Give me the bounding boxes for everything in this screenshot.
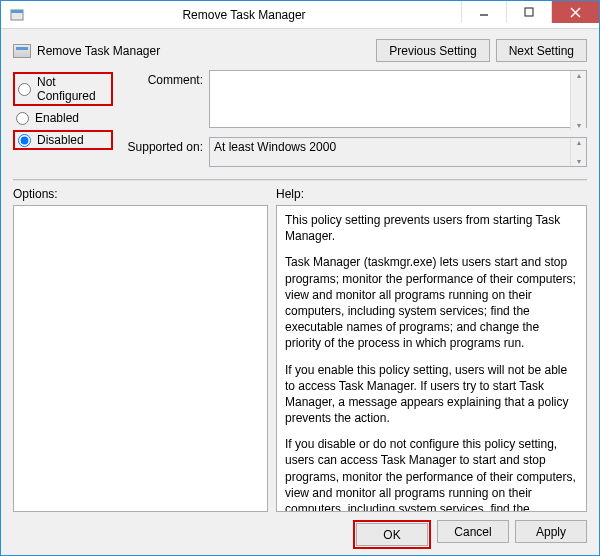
window-controls	[461, 1, 599, 28]
close-button[interactable]	[551, 1, 599, 23]
options-label: Options:	[13, 187, 268, 201]
supported-label: Supported on:	[121, 137, 203, 154]
help-paragraph: This policy setting prevents users from …	[285, 212, 578, 244]
supported-on-value: At least Windows 2000	[214, 140, 336, 154]
radio-label: Disabled	[37, 133, 84, 147]
radio-enabled[interactable]: Enabled	[13, 110, 113, 126]
window-title: Remove Task Manager	[27, 8, 461, 22]
radio-label: Not Configured	[37, 75, 108, 103]
cancel-button[interactable]: Cancel	[437, 520, 509, 543]
footer-buttons: OK Cancel Apply	[13, 512, 587, 549]
radio-enabled-input[interactable]	[16, 112, 29, 125]
help-panel: This policy setting prevents users from …	[276, 205, 587, 512]
help-paragraph: Task Manager (taskmgr.exe) lets users st…	[285, 254, 578, 351]
header-row: Remove Task Manager Previous Setting Nex…	[13, 39, 587, 62]
ok-button[interactable]: OK	[356, 523, 428, 546]
scrollbar[interactable]: ▴▾	[570, 138, 586, 166]
content-area: Remove Task Manager Previous Setting Nex…	[1, 29, 599, 555]
config-row: Not Configured Enabled Disabled Comment:…	[13, 70, 587, 167]
help-paragraph: If you enable this policy setting, users…	[285, 362, 578, 427]
radio-disabled-input[interactable]	[18, 134, 31, 147]
svg-rect-1	[11, 10, 23, 13]
help-label: Help:	[276, 187, 587, 201]
previous-setting-button[interactable]: Previous Setting	[376, 39, 489, 62]
svg-rect-3	[525, 8, 533, 16]
divider	[13, 179, 587, 181]
supported-on-box: At least Windows 2000	[209, 137, 587, 167]
radio-not-configured-input[interactable]	[18, 83, 31, 96]
next-setting-button[interactable]: Next Setting	[496, 39, 587, 62]
maximize-button[interactable]	[506, 1, 551, 23]
policy-icon	[13, 44, 31, 58]
radio-not-configured[interactable]: Not Configured	[13, 72, 113, 106]
comment-label: Comment:	[121, 70, 203, 87]
policy-editor-window: Remove Task Manager Remove Task Manager …	[0, 0, 600, 556]
lower-panels: Options: Help: This policy setting preve…	[13, 187, 587, 512]
titlebar: Remove Task Manager	[1, 1, 599, 29]
ok-highlight: OK	[353, 520, 431, 549]
apply-button[interactable]: Apply	[515, 520, 587, 543]
scrollbar[interactable]: ▴▾	[570, 71, 586, 130]
comment-textarea[interactable]	[209, 70, 587, 128]
state-radios: Not Configured Enabled Disabled	[13, 70, 113, 150]
policy-name: Remove Task Manager	[37, 44, 160, 58]
radio-disabled[interactable]: Disabled	[13, 130, 113, 150]
help-paragraph: If you disable or do not configure this …	[285, 436, 578, 512]
radio-label: Enabled	[35, 111, 79, 125]
fields: Comment: ▴▾ Supported on: At least Windo…	[121, 70, 587, 167]
app-icon	[7, 5, 27, 25]
minimize-button[interactable]	[461, 1, 506, 23]
options-panel	[13, 205, 268, 512]
